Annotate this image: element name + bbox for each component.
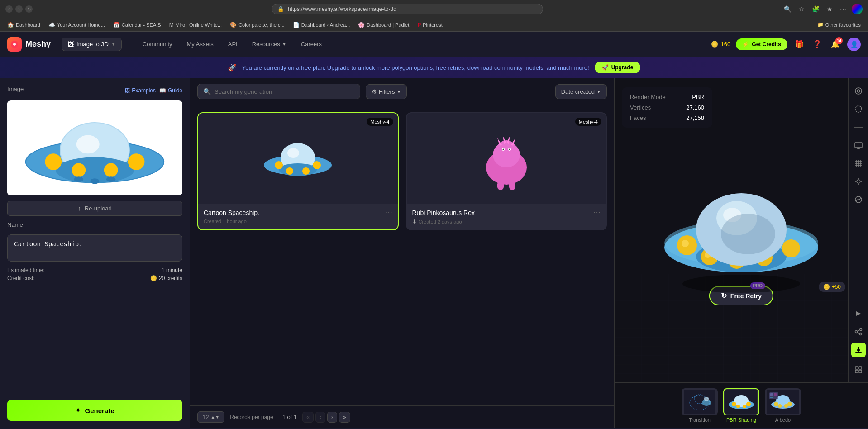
bookmark-andrea[interactable]: 📄 Dashboard ‹ Andrea... (289, 20, 354, 29)
favorites-btn[interactable]: ★ (825, 5, 835, 14)
gallery-card-spaceship[interactable]: Meshy-4 (197, 112, 399, 230)
search-input[interactable] (215, 88, 354, 95)
star-btn[interactable]: ☆ (797, 5, 806, 14)
settings-viewer-btn[interactable] (851, 362, 866, 377)
forward-btn[interactable]: › (15, 5, 23, 13)
viewer-3d[interactable]: Render Mode PBR Vertices 27,160 Faces 27… (615, 78, 868, 382)
upgrade-banner: 🚀 You are currently on a free plan. Upgr… (0, 57, 868, 78)
mode-selector[interactable]: 🖼 Image to 3D ▼ (62, 38, 122, 51)
user-avatar[interactable]: 👤 (847, 38, 861, 51)
svg-rect-90 (855, 367, 858, 369)
svg-point-67 (855, 106, 862, 112)
thumbnail-albedo[interactable]: Albedo (765, 388, 801, 423)
download-icon: ⬇ (412, 219, 417, 225)
date-sort-btn[interactable]: Date created ▼ (555, 84, 607, 99)
bookmark-color[interactable]: 🎨 Color palette, the c... (226, 20, 288, 29)
address-bar[interactable]: 🔒 https://www.meshy.ai/workspace/image-t… (272, 4, 543, 14)
andrea-favicon: 📄 (293, 22, 300, 28)
light-btn[interactable] (851, 174, 866, 189)
render-mode-row: Render Mode PBR (630, 94, 704, 100)
bookmark-padlet[interactable]: 🌸 Dashboard | Padlet (354, 20, 413, 29)
gallery-card-pinkosaurus[interactable]: Meshy-4 (406, 112, 607, 230)
date-created-label: Date created (561, 88, 595, 95)
bookmark-account[interactable]: ☁️ Your Account Home... (45, 20, 109, 29)
svg-point-85 (855, 331, 857, 333)
logo[interactable]: Meshy (7, 37, 51, 52)
bookmark-label: Dashboard | Padlet (367, 22, 409, 28)
bookmarks-more-btn[interactable]: › (626, 20, 633, 29)
per-page-selector[interactable]: 12 ▲▼ (197, 411, 224, 423)
nav-careers[interactable]: Careers (295, 38, 328, 50)
wireframe-btn[interactable] (851, 102, 866, 116)
svg-point-6 (45, 153, 62, 170)
card-more-btn-pinkosaurus[interactable]: ⋯ (593, 208, 601, 217)
svg-rect-116 (770, 397, 773, 398)
svg-point-20 (302, 167, 310, 175)
last-page-btn[interactable]: » (339, 412, 350, 423)
nav-links: Community My Assets API Resources ▼ Care… (136, 38, 328, 50)
extensions-btn[interactable]: 🧩 (810, 5, 821, 14)
card-more-btn-spaceship[interactable]: ⋯ (385, 208, 392, 217)
nav-my-assets[interactable]: My Assets (181, 38, 220, 50)
first-page-btn[interactable]: « (302, 412, 314, 423)
bookmark-miro[interactable]: M Miro | Online White... (166, 20, 226, 29)
other-favourites-folder[interactable]: 📁 Other favourites (814, 20, 864, 29)
svg-point-11 (106, 176, 115, 182)
filters-btn[interactable]: ⚙ Filters ▼ (366, 84, 407, 99)
bookmark-dashboard[interactable]: 🏠 Dashboard (4, 20, 44, 29)
pinterest-favicon: P (417, 22, 421, 28)
nav-right: 🪙 160 ⚡ Get Credits 🎁 ❓ 🔔 14 👤 (711, 38, 861, 51)
search-icon: 🔍 (203, 88, 211, 95)
bookmark-label: Dashboard (16, 22, 40, 28)
get-credits-btn[interactable]: ⚡ Get Credits (736, 38, 787, 50)
image-upload-area[interactable] (7, 100, 182, 195)
material-btn[interactable] (851, 192, 866, 207)
svg-point-19 (286, 167, 293, 175)
bookmark-pinterest[interactable]: P Pinterest (414, 20, 446, 29)
gift-btn[interactable]: 🎁 (793, 38, 806, 50)
meshy-badge-spaceship: Meshy-4 (367, 118, 393, 126)
upgrade-btn[interactable]: 🚀 Upgrade (595, 62, 641, 73)
bookmark-calendar[interactable]: 📅 Calendar - SEAtS (110, 20, 165, 29)
logo-text: Meshy (25, 39, 51, 49)
nav-resources[interactable]: Resources ▼ (246, 38, 293, 50)
faces-value: 27,158 (686, 114, 704, 121)
material-icon (854, 195, 863, 204)
notification-btn[interactable]: 🔔 14 (829, 38, 842, 50)
prev-page-btn[interactable]: ‹ (315, 412, 325, 423)
nav-community[interactable]: Community (136, 38, 179, 50)
next-page-btn[interactable]: › (327, 412, 337, 423)
generate-btn[interactable]: ✦ Generate (7, 400, 182, 421)
share-btn[interactable] (851, 324, 866, 339)
thumbnail-transition[interactable]: Transition (682, 388, 718, 423)
nav-api[interactable]: API (222, 38, 244, 50)
spaceship-thumbnail (253, 122, 343, 195)
back-btn[interactable]: ‹ (5, 5, 13, 13)
calendar-favicon: 📅 (113, 22, 120, 28)
name-input[interactable]: Cartoon Spaceship. (7, 234, 182, 262)
search-browser-btn[interactable]: 🔍 (782, 5, 793, 14)
reupload-btn[interactable]: ↑ Re-upload (7, 201, 182, 216)
guide-btn[interactable]: 📖 Guide (159, 87, 182, 94)
rotate-btn[interactable] (851, 84, 866, 98)
download-model-btn[interactable] (851, 343, 866, 357)
examples-btn[interactable]: 🖼 Examples (124, 87, 156, 94)
thumbnail-pbr[interactable]: PBR Shading (723, 388, 759, 423)
share-icon (854, 328, 863, 336)
search-box[interactable]: 🔍 (197, 84, 360, 99)
reupload-label: Re-upload (85, 205, 112, 212)
texture-btn[interactable] (851, 156, 866, 171)
svg-point-32 (502, 149, 504, 150)
estimated-time-row: Estimated time: 1 minute (7, 267, 182, 273)
monitor-btn[interactable] (851, 138, 866, 153)
reload-btn[interactable]: ↻ (25, 5, 33, 13)
pbr-thumb-svg (725, 390, 757, 414)
albedo-label: Albedo (775, 417, 791, 423)
more-btn[interactable]: ⋯ (838, 5, 848, 14)
card-title-pinkosaurus: Rubi Pinkosaurus Rex ⋯ (412, 208, 601, 217)
animation-btn[interactable] (851, 306, 866, 321)
help-btn[interactable]: ❓ (811, 38, 824, 50)
svg-point-109 (774, 402, 778, 406)
svg-rect-69 (855, 143, 862, 148)
svg-point-7 (72, 163, 86, 177)
